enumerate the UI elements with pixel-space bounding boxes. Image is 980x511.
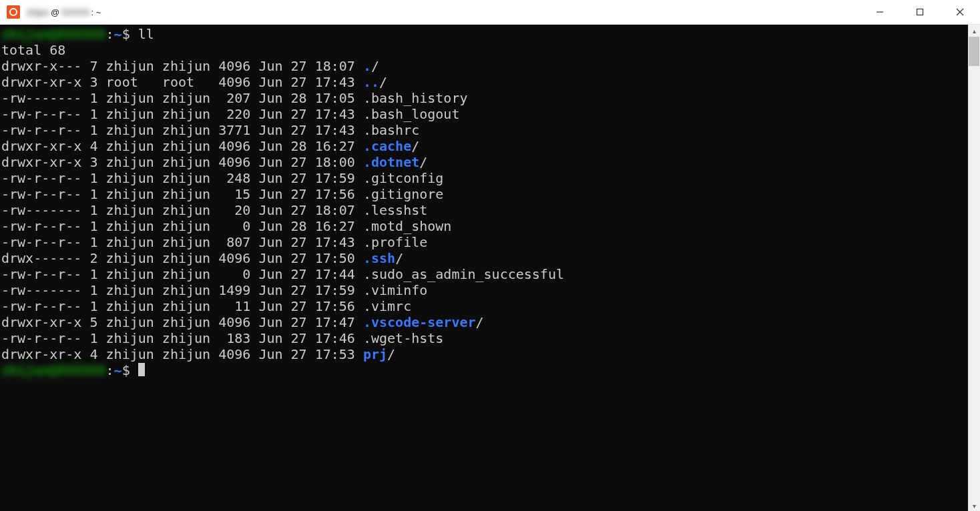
prompt-host: zhijun@XXXXXX <box>1 26 106 42</box>
day: 27 <box>291 234 307 250</box>
time: 18:07 <box>315 58 355 74</box>
month: Jun <box>258 122 282 138</box>
scroll-thumb[interactable] <box>969 37 979 66</box>
dir-slash: / <box>411 138 419 154</box>
size: 4096 <box>218 74 250 90</box>
dir-slash: / <box>395 250 403 266</box>
dir-slash: / <box>476 314 484 330</box>
month: Jun <box>258 186 282 202</box>
title-host-name: XXXXX <box>61 7 89 17</box>
file-name: .viminfo <box>363 282 427 298</box>
owner: zhijun <box>106 266 154 282</box>
scroll-up-arrow-icon[interactable]: ▴ <box>968 25 980 37</box>
month: Jun <box>258 282 282 298</box>
day: 27 <box>291 298 307 314</box>
day: 27 <box>291 154 307 170</box>
terminal[interactable]: zhijun@XXXXXX:~$ lltotal 68drwxr-x--- 7 … <box>0 25 965 501</box>
links: 3 <box>89 74 97 90</box>
prompt-sep: : <box>106 362 114 378</box>
day: 27 <box>291 282 307 298</box>
file-name: .dotnet <box>363 154 419 170</box>
links: 5 <box>89 314 97 330</box>
size: 4096 <box>218 346 250 362</box>
time: 17:59 <box>315 282 355 298</box>
links: 4 <box>89 346 97 362</box>
owner: zhijun <box>106 138 154 154</box>
group: zhijun <box>162 202 210 218</box>
list-row: -rw-r--r-- 1 zhijun zhijun 15 Jun 27 17:… <box>1 186 964 202</box>
month: Jun <box>258 234 282 250</box>
perm: -rw-r--r-- <box>1 106 81 122</box>
owner: zhijun <box>106 186 154 202</box>
window-titlebar[interactable]: zhijun@XXXXX: ~ <box>0 0 980 25</box>
time: 17:59 <box>315 170 355 186</box>
time: 17:46 <box>315 330 355 346</box>
close-button[interactable] <box>940 0 980 24</box>
day: 27 <box>291 202 307 218</box>
owner: zhijun <box>106 314 154 330</box>
list-row: drwxr-xr-x 3 root root 4096 Jun 27 17:43… <box>1 74 964 90</box>
file-name: .vscode-server <box>363 314 476 330</box>
day: 27 <box>291 314 307 330</box>
links: 1 <box>89 122 97 138</box>
time: 17:43 <box>315 234 355 250</box>
scroll-track[interactable] <box>968 37 980 500</box>
owner: zhijun <box>106 346 154 362</box>
minimize-button[interactable] <box>860 0 900 24</box>
dir-slash: / <box>387 346 395 362</box>
title-host-user: zhijun <box>27 7 49 17</box>
window-controls <box>860 0 980 24</box>
file-name: .bash_logout <box>363 106 460 122</box>
group: zhijun <box>162 122 210 138</box>
terminal-wrap: zhijun@XXXXXX:~$ lltotal 68drwxr-x--- 7 … <box>0 25 980 511</box>
day: 28 <box>291 218 307 234</box>
day: 27 <box>291 106 307 122</box>
day: 27 <box>291 122 307 138</box>
month: Jun <box>258 314 282 330</box>
size: 4096 <box>218 138 250 154</box>
group: root <box>162 74 210 90</box>
group: zhijun <box>162 250 210 266</box>
owner: zhijun <box>106 330 154 346</box>
group: zhijun <box>162 314 210 330</box>
owner: zhijun <box>106 170 154 186</box>
prompt-host: zhijun@XXXXXX <box>1 362 106 378</box>
file-name: .ssh <box>363 250 395 266</box>
list-row: drwxr-xr-x 3 zhijun zhijun 4096 Jun 27 1… <box>1 154 964 170</box>
maximize-button[interactable] <box>900 0 940 24</box>
group: zhijun <box>162 298 210 314</box>
size: 4096 <box>218 58 250 74</box>
day: 27 <box>291 266 307 282</box>
time: 17:43 <box>315 106 355 122</box>
dir-slash: / <box>371 58 379 74</box>
links: 1 <box>89 170 97 186</box>
scroll-down-arrow-icon[interactable]: ▾ <box>968 500 980 511</box>
time: 17:43 <box>315 122 355 138</box>
group: zhijun <box>162 154 210 170</box>
prompt: zhijun@XXXXXX:~$ <box>1 362 138 378</box>
perm: -rw-r--r-- <box>1 218 81 234</box>
total-line: total 68 <box>1 42 964 58</box>
day: 27 <box>291 346 307 362</box>
month: Jun <box>258 250 282 266</box>
list-row: drwx------ 2 zhijun zhijun 4096 Jun 27 1… <box>1 250 964 266</box>
time: 17:56 <box>315 298 355 314</box>
perm: -rw-r--r-- <box>1 330 81 346</box>
month: Jun <box>258 138 282 154</box>
size: 3771 <box>218 122 250 138</box>
scrollbar[interactable]: ▴ ▾ <box>968 25 980 511</box>
month: Jun <box>258 202 282 218</box>
ubuntu-icon <box>7 5 20 19</box>
month: Jun <box>258 346 282 362</box>
list-row: -rw-r--r-- 1 zhijun zhijun 220 Jun 27 17… <box>1 106 964 122</box>
prompt-symbol: $ <box>122 26 138 42</box>
svg-rect-1 <box>917 9 923 15</box>
list-row: -rw-r--r-- 1 zhijun zhijun 0 Jun 28 16:2… <box>1 218 964 234</box>
list-row: drwxr-xr-x 5 zhijun zhijun 4096 Jun 27 1… <box>1 314 964 330</box>
links: 3 <box>89 154 97 170</box>
prompt-sep: : <box>106 26 114 42</box>
month: Jun <box>258 218 282 234</box>
list-row: -rw------- 1 zhijun zhijun 207 Jun 28 17… <box>1 90 964 106</box>
size: 220 <box>218 106 250 122</box>
file-name: .motd_shown <box>363 218 451 234</box>
